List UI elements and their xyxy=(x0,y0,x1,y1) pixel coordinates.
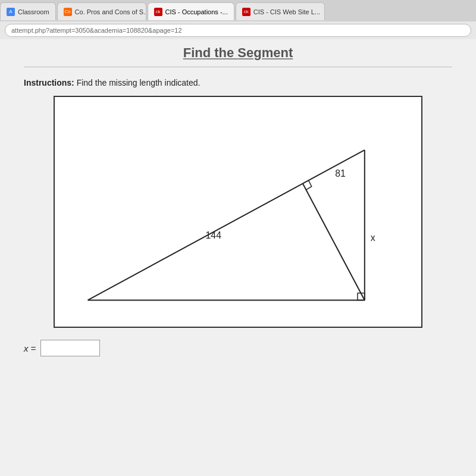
svg-line-0 xyxy=(88,150,365,300)
page-title: Find the Segment xyxy=(183,45,293,61)
answer-row: x = xyxy=(24,340,452,356)
answer-label: x = xyxy=(24,343,36,353)
tab-favicon-classroom: A xyxy=(7,8,15,16)
tab-label-cis-occupations: CIS - Occupations -... xyxy=(165,8,228,15)
label-81: 81 xyxy=(335,168,346,178)
tab-cis-web[interactable]: ck CIS - CIS Web Site L... xyxy=(236,2,325,20)
browser-chrome: A Classroom Co Co. Pros and Cons of S...… xyxy=(0,0,476,39)
tab-favicon-courseware: Co xyxy=(64,8,72,16)
page-content: Find the Segment Instructions: Find the … xyxy=(0,39,476,476)
divider xyxy=(24,67,452,67)
label-x: x xyxy=(371,233,375,243)
address-text: attempt.php?attempt=3050&academia=108820… xyxy=(11,27,182,34)
tab-classroom[interactable]: A Classroom xyxy=(0,2,56,20)
tab-label-cis-web: CIS - CIS Web Site L... xyxy=(253,8,320,15)
answer-input[interactable] xyxy=(40,340,100,356)
tab-bar: A Classroom Co Co. Pros and Cons of S...… xyxy=(0,0,476,21)
instructions: Instructions: Find the missing length in… xyxy=(24,78,452,87)
instructions-text: Find the missing length indicated. xyxy=(74,78,201,87)
label-144: 144 xyxy=(206,230,222,240)
address-bar-row: attempt.php?attempt=3050&academia=108820… xyxy=(0,21,476,39)
tab-favicon-cis-occupations: ck xyxy=(154,8,162,16)
instructions-bold: Instructions: xyxy=(24,78,74,87)
tab-courseware[interactable]: Co Co. Pros and Cons of S... xyxy=(57,2,146,20)
tab-label-classroom: Classroom xyxy=(18,8,49,15)
tab-favicon-cis-web: ck xyxy=(242,8,250,16)
tab-label-courseware: Co. Pros and Cons of S... xyxy=(75,8,146,15)
svg-line-3 xyxy=(303,183,365,300)
diagram-svg: 144 81 x xyxy=(55,97,421,327)
diagram-container: 144 81 x xyxy=(54,96,422,328)
address-bar[interactable]: attempt.php?attempt=3050&academia=108820… xyxy=(5,24,471,37)
tab-cis-occupations[interactable]: ck CIS - Occupations -... xyxy=(148,2,234,20)
